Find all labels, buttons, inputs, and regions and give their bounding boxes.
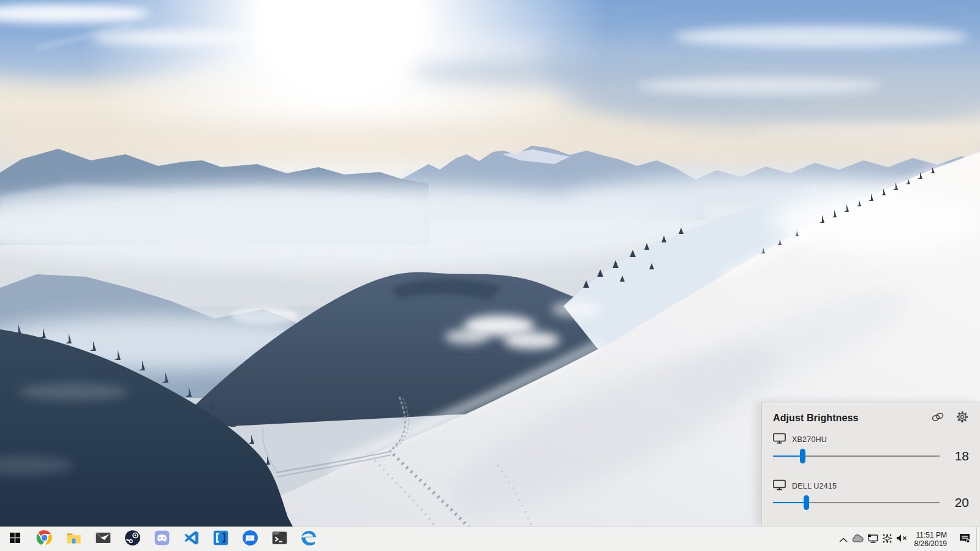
volume-muted-icon: [896, 534, 908, 545]
cloud-icon: [852, 534, 864, 545]
gear-icon: [956, 410, 969, 426]
slider-thumb[interactable]: [800, 449, 805, 463]
panel-title: Adjust Brightness: [773, 413, 931, 424]
hidden-icons-button[interactable]: [836, 527, 851, 551]
tray-date: 8/26/2019: [914, 539, 947, 548]
brightness-value: 20: [944, 495, 969, 510]
notification-icon: [959, 533, 971, 546]
onedrive-tray-button[interactable]: [851, 527, 865, 551]
edge-icon: [300, 529, 318, 550]
taskbar-app-terminal[interactable]: [265, 527, 294, 551]
start-button[interactable]: [0, 527, 29, 551]
messages-icon: [242, 530, 258, 549]
steam-icon: [124, 530, 141, 549]
tray-time: 11:51 PM: [914, 531, 947, 539]
brightness-slider-xb270hu[interactable]: [773, 448, 940, 465]
taskbar-app-steam[interactable]: [118, 527, 147, 551]
discord-icon: [154, 530, 170, 549]
brightness-slider-dell-u2415[interactable]: [773, 494, 940, 511]
taskbar-app-file-explorer[interactable]: [59, 527, 88, 551]
twinkle-tray-button[interactable]: [880, 527, 895, 551]
terminal-icon: [271, 530, 288, 549]
mail-icon: [95, 530, 111, 549]
taskbar-clock[interactable]: 11:51 PM 8/26/2019: [914, 531, 947, 548]
taskbar-app-vscode[interactable]: [176, 527, 206, 551]
taskbar-app-mail[interactable]: [88, 527, 118, 551]
brightness-flyout-panel: Adjust Brightness: [761, 402, 980, 527]
vscode-icon: [183, 530, 200, 549]
taskbar-app-brackets[interactable]: [206, 527, 235, 551]
desktop: Adjust Brightness: [0, 0, 980, 551]
slider-thumb[interactable]: [804, 495, 809, 510]
monitor-row: DELL U2415: [773, 481, 969, 492]
link-icon: [930, 410, 945, 426]
settings-button[interactable]: [956, 411, 969, 425]
action-center-button[interactable]: [953, 527, 976, 551]
taskbar-app-chrome[interactable]: [29, 527, 59, 551]
network-tray-button[interactable]: [865, 527, 880, 551]
monitor-icon: [773, 479, 786, 493]
system-tray: 11:51 PM 8/26/2019: [836, 527, 980, 551]
monitor-icon: [773, 433, 786, 446]
brightness-value: 18: [944, 449, 969, 463]
slider-fill: [773, 455, 803, 457]
taskbar-app-discord[interactable]: [147, 527, 176, 551]
brackets-icon: [213, 530, 229, 549]
volume-tray-button[interactable]: [895, 527, 910, 551]
folder-icon: [66, 530, 82, 549]
taskbar: 11:51 PM 8/26/2019: [0, 527, 980, 551]
show-desktop-button[interactable]: [976, 527, 980, 551]
taskbar-app-edge[interactable]: [294, 527, 323, 551]
sparkle-brightness-icon: [882, 533, 892, 546]
monitor-name: DELL U2415: [792, 482, 837, 490]
chrome-icon: [36, 530, 53, 549]
network-display-icon: [867, 534, 878, 545]
link-monitors-button[interactable]: [931, 411, 944, 425]
chevron-up-icon: [839, 534, 848, 545]
taskbar-app-messages[interactable]: [235, 527, 265, 551]
windows-logo-icon: [10, 533, 20, 545]
slider-fill: [773, 502, 806, 503]
monitor-row: XB270HU: [773, 434, 969, 445]
monitor-name: XB270HU: [792, 435, 827, 444]
